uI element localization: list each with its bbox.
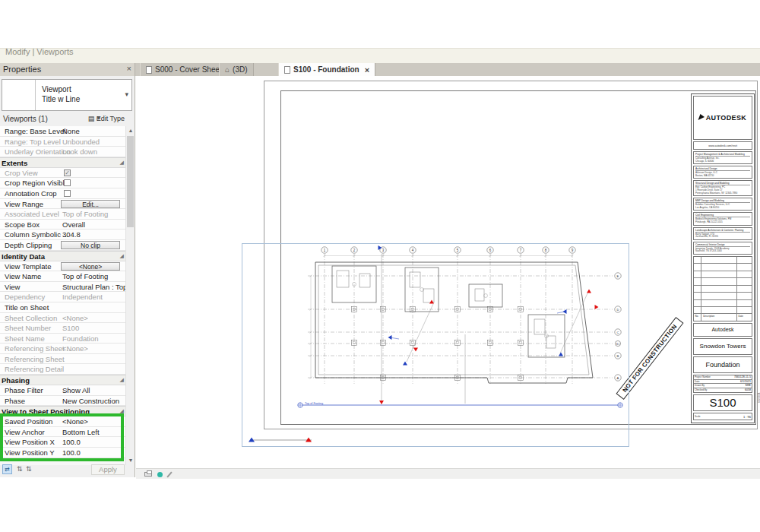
- property-value[interactable]: 100.0: [62, 448, 81, 457]
- scroll-up-icon[interactable]: ▲: [126, 126, 135, 135]
- property-value[interactable]: Bottom Left: [62, 428, 100, 436]
- view-tab--3d-[interactable]: ⌂(3D): [219, 63, 254, 76]
- property-value[interactable]: Unbounded: [62, 138, 100, 146]
- revision-schedule: No.DescriptionDate: [693, 256, 752, 321]
- property-value-button[interactable]: No clip: [61, 241, 120, 249]
- consultant-block: Commercial Interior DesignImagining Tren…: [693, 242, 752, 255]
- property-label: Crop Region Visible: [5, 179, 68, 187]
- property-filter-icon[interactable]: ⇄: [2, 464, 12, 474]
- property-label: Sheet Name: [5, 334, 45, 343]
- property-value[interactable]: Top of Footing: [62, 210, 108, 218]
- view-tab-s100-foundation[interactable]: S100 - Foundation×: [278, 63, 375, 76]
- revision-row: [694, 286, 752, 293]
- consultant-block: Project Management & Architectural Model…: [693, 151, 752, 164]
- ribbon-context-bar: Modify | Viewports: [0, 48, 760, 63]
- property-value[interactable]: Top of Footing: [62, 272, 108, 280]
- client-name: Autodesk: [693, 323, 752, 337]
- property-group-header[interactable]: Identity Data◢: [0, 251, 126, 261]
- property-label: Annotation Crop: [5, 189, 57, 198]
- tab-label: S000 - Cover Sheet: [155, 65, 222, 74]
- property-label: Phase Filter: [5, 386, 43, 394]
- property-row: Sheet Collection<None>: [0, 313, 126, 324]
- close-icon[interactable]: ×: [365, 65, 369, 74]
- properties-panel-titlebar[interactable]: Properties ×: [0, 63, 135, 76]
- property-value[interactable]: New Construction: [62, 397, 119, 405]
- property-row: Range: Top LevelUnbounded: [0, 137, 126, 147]
- property-row: DependencyIndependent: [0, 292, 126, 302]
- drawing-area[interactable]: 123456789EDCB.1BATop of Footing NOT FOR …: [136, 76, 760, 468]
- property-row: Range: Base LevelNone: [0, 126, 126, 137]
- autodesk-logo-icon: [698, 114, 705, 120]
- edit-type-button[interactable]: ▤ Edit Type: [88, 115, 125, 122]
- property-value[interactable]: Look down: [62, 147, 97, 156]
- property-label: Underlay Orientation: [5, 147, 71, 156]
- property-row: View Position X100.0: [0, 437, 126, 448]
- viewport-selection-box[interactable]: [242, 243, 629, 447]
- property-value-button[interactable]: <None>: [61, 262, 120, 271]
- property-group-header[interactable]: Phasing◢: [0, 375, 126, 385]
- consultant-block: Structural Design and ModelingEpic Carbo…: [693, 180, 752, 196]
- context-tab-label: Modify | Viewports: [5, 48, 73, 56]
- property-row: Sheet NumberS100: [0, 323, 126, 334]
- property-group-header[interactable]: View to Sheet Positioning◢: [0, 406, 126, 416]
- property-value-button[interactable]: Edit...: [61, 200, 120, 208]
- sheet-titleblock[interactable]: AUTODESK www.autodesk.com/revit Project …: [691, 93, 755, 423]
- property-group-header[interactable]: Extents◢: [0, 157, 126, 168]
- type-selector[interactable]: Viewport Title w Line ▾: [2, 79, 132, 111]
- view-tab-s000-cover-sheet[interactable]: S000 - Cover Sheet: [140, 63, 228, 76]
- property-value[interactable]: Independent: [62, 293, 103, 301]
- revision-header-row: No.DescriptionDate: [694, 314, 752, 320]
- property-row: Associated LevelTop of Footing: [0, 209, 126, 220]
- property-label: Depth Clipping: [5, 241, 52, 249]
- scrollbar-thumb[interactable]: [127, 136, 134, 227]
- pencil-icon[interactable]: [166, 471, 172, 477]
- sheet-icon: [146, 66, 152, 74]
- type-selector-text: Viewport Title w Line: [42, 84, 80, 104]
- property-label: Range: Top Level: [5, 138, 61, 146]
- properties-filter-row: Viewports (1) ▾ ▤ Edit Type: [0, 114, 126, 125]
- type-preview-image: [2, 80, 36, 110]
- property-checkbox[interactable]: [64, 190, 71, 197]
- printer-icon[interactable]: [144, 472, 152, 477]
- property-value[interactable]: Overall: [62, 220, 85, 229]
- property-row: Scope BoxOverall: [0, 220, 126, 230]
- titleblock-field: Checked By6058: [694, 388, 752, 392]
- sort-ascending-icon[interactable]: ⇅: [17, 465, 23, 473]
- property-value[interactable]: <None>: [62, 344, 88, 353]
- property-value[interactable]: 100.0: [62, 438, 81, 446]
- apply-button[interactable]: Apply: [91, 464, 125, 475]
- property-value[interactable]: <None>: [62, 314, 88, 322]
- property-row: View Position Y100.0: [0, 448, 126, 458]
- property-row: Underlay OrientationLook down: [0, 147, 126, 157]
- property-checkbox[interactable]: [64, 179, 71, 186]
- sync-status-icon[interactable]: [157, 472, 163, 477]
- property-value[interactable]: None: [62, 127, 80, 135]
- property-value[interactable]: <None>: [62, 417, 88, 426]
- scrollbar[interactable]: ▲ ▼: [125, 126, 135, 465]
- property-label: Title on Sheet: [5, 303, 49, 312]
- property-row: Crop View✓: [0, 168, 126, 179]
- revision-row: [694, 300, 752, 307]
- property-value[interactable]: Structural Plan : Top ...: [62, 283, 126, 291]
- property-value[interactable]: Show All: [62, 386, 90, 394]
- property-value[interactable]: Foundation: [62, 334, 99, 343]
- property-value[interactable]: S100: [62, 324, 79, 332]
- property-row: Depth ClippingNo clip: [0, 240, 126, 251]
- property-label: Scope Box: [5, 220, 40, 229]
- property-row: Title on Sheet: [0, 302, 126, 313]
- scale-label: Scale: [695, 415, 701, 418]
- property-checkbox[interactable]: ✓: [64, 169, 71, 176]
- chevron-down-icon[interactable]: ▾: [125, 90, 128, 98]
- consultant-block: Architectural DesignAtkinson Design, LLC…: [693, 166, 752, 179]
- property-value[interactable]: 304.8: [62, 230, 81, 239]
- consultant-block: MEP Design and ModelingBuildtec Consulti…: [693, 198, 752, 211]
- sheet-name: Foundation: [693, 356, 752, 373]
- element-filter[interactable]: Viewports (1): [3, 115, 48, 123]
- sort-descending-icon[interactable]: ⇅: [26, 465, 32, 473]
- property-row: Referencing Sheet ...<None>: [0, 344, 126, 354]
- project-name: Snowdon Towers: [693, 338, 752, 355]
- close-icon[interactable]: ×: [127, 64, 131, 73]
- property-row: Crop Region Visible: [0, 178, 126, 188]
- revit-window: Modify | Viewports Properties × S000 - C…: [0, 0, 760, 532]
- consultant-block: Landscape Architecture & Contents: Plant…: [693, 227, 752, 240]
